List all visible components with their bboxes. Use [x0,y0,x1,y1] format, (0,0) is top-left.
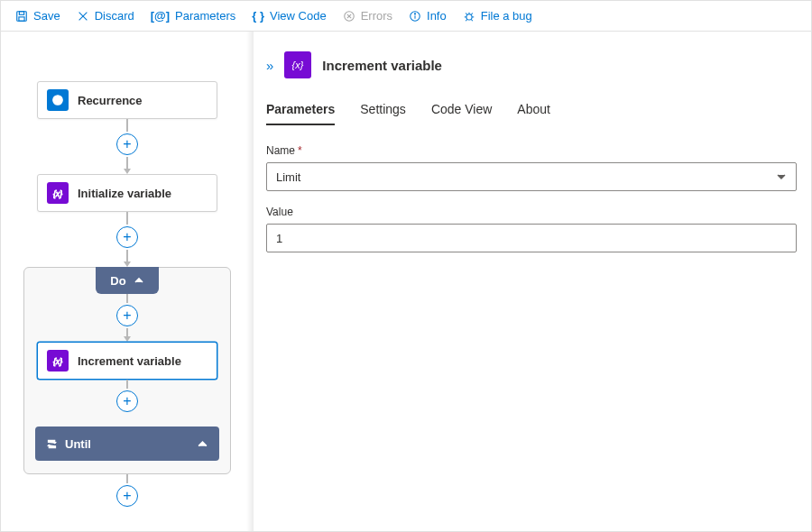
chevron-down-icon [776,171,787,182]
loop-until-footer[interactable]: Until [35,427,219,461]
connector [126,474,128,483]
info-icon [409,10,421,23]
svg-text:{x}: {x} [53,357,62,366]
add-step-button[interactable]: + [116,485,138,507]
loop-until-label: Until [65,437,91,451]
panel-tabs: Parameters Settings Code View About [266,102,797,126]
node-initialize-label: Initialize variable [78,187,171,200]
loop-icon [46,438,58,450]
save-icon [15,10,28,23]
config-panel: » {x} Increment variable Parameters Sett… [254,32,811,531]
svg-text:{x}: {x} [53,189,62,198]
connector [126,250,128,262]
svg-text:{x}: {x} [292,60,304,70]
svg-line-16 [471,13,473,14]
braces-icon: { } [252,9,264,23]
connector [126,294,128,303]
panel-header: » {x} Increment variable [266,51,797,78]
chevron-up-icon [134,275,144,286]
workflow-canvas[interactable]: Recurrence + {x} Initialize variable + D… [1,32,254,531]
svg-point-11 [466,14,472,19]
value-input[interactable]: 1 [266,224,797,252]
field-value: Value 1 [266,206,797,252]
variable-icon: {x} [47,182,69,204]
field-name: Name * Limit [266,144,797,191]
svg-rect-2 [19,16,24,20]
collapse-panel-button[interactable]: » [266,58,273,73]
tab-code-view[interactable]: Code View [431,102,492,125]
node-recurrence-label: Recurrence [78,94,143,107]
x-icon [77,10,89,23]
save-button[interactable]: Save [10,7,66,24]
discard-label: Discard [95,9,134,23]
panel-title: Increment variable [322,58,442,73]
file-bug-button[interactable]: File a bug [457,7,538,24]
value-text: 1 [276,232,282,245]
view-code-button[interactable]: { } View Code [246,7,331,24]
tab-parameters[interactable]: Parameters [266,102,335,125]
connector [126,157,128,170]
variable-icon: {x} [284,51,311,78]
bug-icon [463,10,475,23]
loop-do-header[interactable]: Do [96,267,159,294]
node-increment-label: Increment variable [78,354,181,368]
toolbar: Save Discard [@] Parameters { } View Cod… [1,1,811,32]
discard-button[interactable]: Discard [71,7,140,24]
parameters-icon: [@] [151,9,170,23]
value-label: Value [266,206,293,218]
connector [126,119,128,132]
svg-line-17 [466,19,467,21]
save-label: Save [33,9,60,23]
parameters-label: Parameters [175,9,235,23]
parameters-button[interactable]: [@] Parameters [145,7,242,24]
loop-container: Do + {x} Increment variable + Until [23,267,231,474]
svg-line-18 [471,19,473,21]
tab-about[interactable]: About [517,102,550,125]
loop-do-label: Do [110,274,125,288]
name-select[interactable]: Limit [266,162,797,191]
svg-rect-0 [17,11,27,21]
connector [126,380,128,389]
add-step-button[interactable]: + [116,133,138,155]
required-indicator: * [298,144,302,157]
add-step-button[interactable]: + [116,305,138,326]
name-value: Limit [276,170,300,184]
info-button[interactable]: Info [403,7,452,24]
node-recurrence[interactable]: Recurrence [37,81,217,119]
node-increment-variable[interactable]: {x} Increment variable [37,342,217,380]
error-icon [343,10,355,23]
svg-line-15 [466,13,467,14]
variable-icon: {x} [47,350,69,371]
errors-label: Errors [361,9,392,23]
svg-point-9 [415,13,416,14]
info-label: Info [427,9,447,23]
errors-button: Errors [337,7,398,24]
chevron-up-icon [197,438,208,450]
node-initialize-variable[interactable]: {x} Initialize variable [37,174,217,212]
add-step-button[interactable]: + [116,226,138,248]
clock-icon [47,89,69,111]
connector [126,212,128,225]
view-code-label: View Code [270,9,327,23]
add-step-button[interactable]: + [116,390,138,412]
tab-settings[interactable]: Settings [360,102,406,125]
svg-rect-1 [19,11,23,14]
file-bug-label: File a bug [481,9,532,23]
name-label: Name [266,144,295,157]
